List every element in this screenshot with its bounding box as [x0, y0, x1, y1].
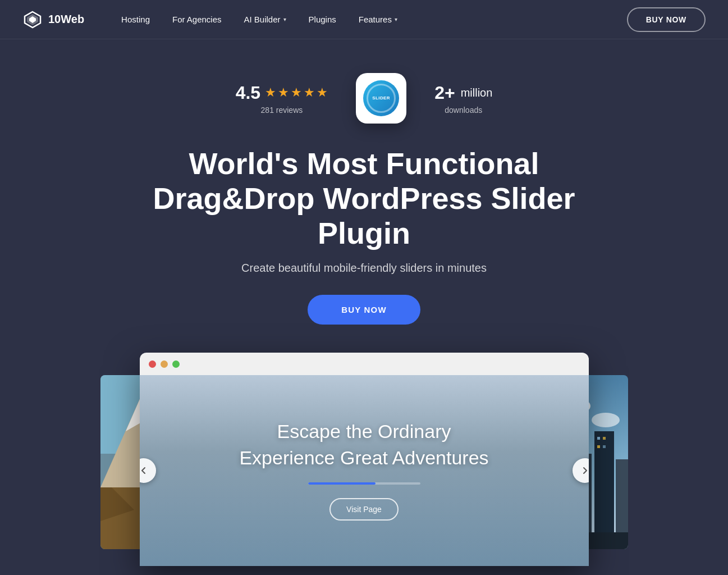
slider-visit-button[interactable]: Visit Page — [329, 498, 399, 521]
ai-builder-chevron-icon: ▾ — [283, 16, 286, 22]
plugin-icon-inner: SLIDER — [363, 80, 399, 116]
rating-number: 4.5 — [236, 83, 260, 103]
star-5: ★ — [317, 85, 328, 100]
rating-stat: 4.5 ★ ★ ★ ★ ★ 281 reviews — [236, 83, 328, 115]
browser-dot-yellow — [161, 360, 168, 368]
main-nav: 10Web Hosting For Agencies AI Builder ▾ … — [0, 0, 728, 39]
browser-content: Escape the Ordinary Experience Great Adv… — [140, 375, 589, 566]
slider-next-button[interactable] — [573, 458, 589, 483]
downloads-label: downloads — [445, 106, 482, 115]
nav-for-agencies[interactable]: For Agencies — [163, 10, 231, 29]
star-rating: ★ ★ ★ ★ ★ — [265, 85, 328, 100]
nav-links: Hosting For Agencies AI Builder ▾ Plugin… — [112, 10, 627, 29]
features-chevron-icon: ▾ — [395, 16, 397, 22]
svg-rect-25 — [597, 445, 600, 448]
svg-rect-24 — [603, 437, 606, 440]
logo-text: 10Web — [48, 13, 84, 26]
plugin-icon-label: SLIDER — [372, 95, 390, 101]
star-4: ★ — [304, 85, 315, 100]
slider-text-line2: Experience Great Adventures — [239, 447, 488, 469]
logo-link[interactable]: 10Web — [22, 10, 84, 30]
hero-buy-button[interactable]: BUY NOW — [308, 295, 420, 325]
chevron-left-icon — [140, 466, 149, 476]
chevron-right-icon — [580, 466, 589, 476]
svg-point-11 — [592, 413, 620, 427]
hero-section: 4.5 ★ ★ ★ ★ ★ 281 reviews SLIDER — [0, 39, 728, 566]
plugin-icon-ring: SLIDER — [367, 84, 396, 113]
hero-subtitle: Create beautiful mobile-friendly sliders… — [241, 262, 487, 275]
hero-title: World's Most Functional Drag&Drop WordPr… — [126, 146, 603, 250]
nav-features[interactable]: Features ▾ — [350, 10, 406, 29]
downloads-number: 2+ — [434, 83, 455, 103]
browser-dot-red — [149, 360, 156, 368]
nav-plugins[interactable]: Plugins — [300, 10, 345, 29]
svg-rect-26 — [603, 445, 606, 448]
reviews-label: 281 reviews — [261, 106, 303, 115]
svg-rect-15 — [594, 431, 614, 549]
slider-progress-fill — [308, 482, 376, 485]
browser-bar — [140, 353, 589, 375]
downloads-stat: 2+ million downloads — [434, 83, 492, 115]
star-3: ★ — [291, 85, 302, 100]
svg-rect-23 — [597, 437, 600, 440]
slider-progress-bar — [308, 482, 420, 485]
star-2: ★ — [278, 85, 289, 100]
browser-window: Escape the Ordinary Experience Great Adv… — [140, 353, 589, 566]
star-1: ★ — [265, 85, 276, 100]
plugin-icon: SLIDER — [356, 73, 406, 124]
logo-icon — [22, 10, 43, 30]
browser-demo-wrap: Escape the Ordinary Experience Great Adv… — [112, 353, 617, 566]
nav-hosting[interactable]: Hosting — [112, 10, 159, 29]
browser-dot-green — [172, 360, 180, 368]
stats-row: 4.5 ★ ★ ★ ★ ★ 281 reviews SLIDER — [236, 73, 493, 124]
slider-text-line1: Escape the Ordinary — [277, 421, 451, 442]
nav-buy-button[interactable]: BUY NOW — [627, 7, 706, 32]
slider-prev-button[interactable] — [140, 458, 156, 483]
downloads-suffix: million — [461, 86, 493, 99]
nav-ai-builder[interactable]: AI Builder ▾ — [235, 10, 295, 29]
